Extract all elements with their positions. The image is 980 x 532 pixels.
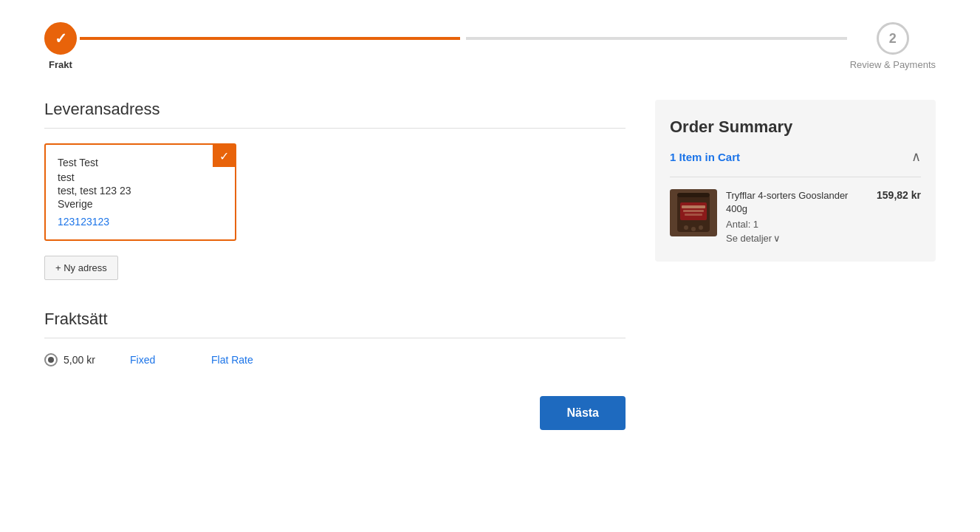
step-line-filled [80,37,460,40]
chevron-down-icon: ∨ [773,233,781,244]
delivery-address-title: Leveransadress [44,100,626,119]
check-icon: ✓ [55,30,67,47]
svg-rect-5 [685,214,702,216]
next-button[interactable]: Nästa [540,396,626,430]
left-column: Leveransadress ✓ Test Test test test, te… [44,100,626,430]
shipping-option-row[interactable]: 5,00 kr Fixed Flat Rate [44,353,626,366]
address-selected-badge: ✓ [213,145,235,167]
right-column: Order Summary 1 Item in Cart ∧ [655,100,936,430]
step-2-label: Review & Payments [850,59,936,70]
shipping-radio-wrapper: 5,00 kr [44,353,108,366]
product-details-link[interactable]: Se detaljer ∨ [726,233,921,244]
collapse-icon[interactable]: ∧ [911,149,921,165]
svg-point-9 [699,225,703,230]
address-phone: 123123123 [58,216,223,228]
product-name-price-row: Tryfflar 4-sorters Gooslander 400g 159,8… [726,189,921,216]
svg-point-7 [684,225,688,230]
shipping-radio[interactable] [44,353,58,366]
product-info: Tryfflar 4-sorters Gooslander 400g 159,8… [726,189,921,244]
step-1: ✓ Frakt [44,22,77,70]
address-divider [44,128,626,129]
address-country: Sverige [58,198,223,210]
address-street: test [58,171,223,183]
shipping-title: Fraktsätt [44,310,626,329]
product-qty: Antal: 1 [726,219,921,230]
svg-rect-6 [677,193,710,197]
product-price: 159,82 kr [877,189,921,201]
svg-rect-4 [683,210,704,212]
step-2-number: 2 [889,31,897,47]
step-2-circle: 2 [877,22,909,55]
stepper: ✓ Frakt 2 Review & Payments [44,15,936,70]
radio-inner-dot [48,357,54,363]
step-1-label: Frakt [49,59,72,70]
address-city-zip: test, test 123 23 [58,185,223,197]
order-summary-title: Order Summary [670,117,921,137]
order-summary-box: Order Summary 1 Item in Cart ∧ [655,100,936,262]
order-summary-header[interactable]: 1 Item in Cart ∧ [670,149,921,165]
items-in-cart-label: 1 Item in Cart [670,151,740,163]
shipping-divider [44,338,626,338]
step-line-empty [466,37,846,40]
address-name: Test Test [58,157,223,168]
product-thumbnail [670,189,717,236]
next-button-wrapper: Nästa [44,396,626,430]
step-2: 2 Review & Payments [850,22,936,70]
step-1-circle: ✓ [44,22,77,55]
new-address-button[interactable]: + Ny adress [44,256,118,280]
product-name: Tryfflar 4-sorters Gooslander 400g [726,189,871,216]
order-item-divider [670,177,921,177]
shipping-type: Fixed [130,354,189,366]
product-details-label: Se detaljer [726,233,772,244]
svg-rect-3 [682,205,705,208]
svg-point-8 [691,227,696,231]
order-item-row: Tryfflar 4-sorters Gooslander 400g 159,8… [670,189,921,244]
shipping-price: 5,00 kr [64,354,108,366]
address-card[interactable]: ✓ Test Test test test, test 123 23 Sveri… [44,143,236,241]
shipping-name: Flat Rate [211,354,253,366]
main-layout: Leveransadress ✓ Test Test test test, te… [44,100,936,430]
